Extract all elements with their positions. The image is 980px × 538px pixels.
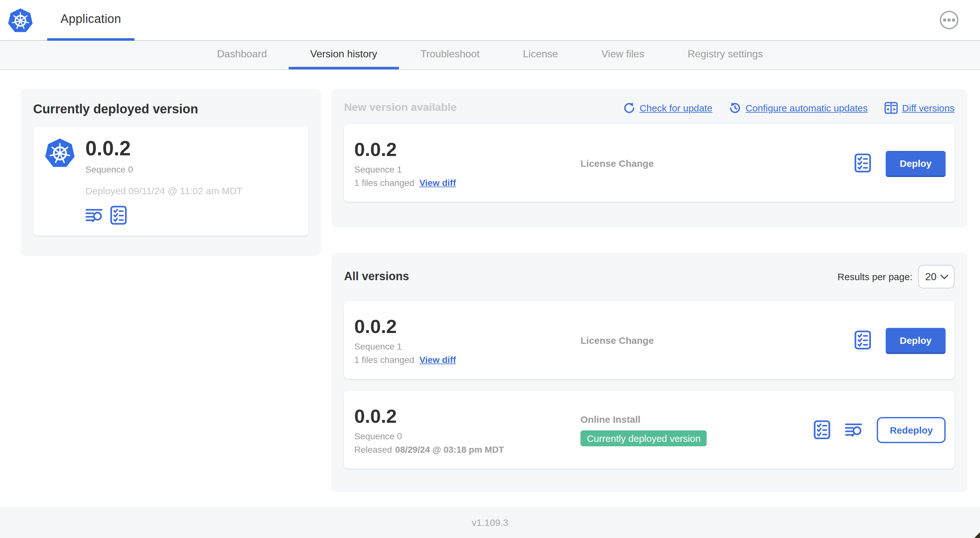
kubernetes-logo-icon [8,8,33,33]
main-content: Currently deployed version 0.0.2 Sequenc… [0,70,980,507]
preflight-checks-icon[interactable] [814,420,830,439]
view-diff-link[interactable]: View diff [419,177,456,187]
version-number: 0.0.2 [354,316,581,336]
version-row: 0.0.2 Sequence 0 Released 08/29/24 @ 03:… [344,391,955,468]
cursor-artifact [974,532,980,538]
console-version: v1.109.3 [471,517,508,528]
new-version-panel: New version available Check for update [331,89,967,227]
current-version-number: 0.0.2 [85,138,242,160]
tab-view-files[interactable]: View files [580,41,666,70]
version-row: 0.0.2 Sequence 1 1 files changed View di… [344,301,955,379]
view-diff-link[interactable]: View diff [419,354,456,365]
deploy-button[interactable]: Deploy [886,151,946,175]
new-version-title: New version available [344,101,457,114]
app-footer: v1.109.3 [0,507,980,538]
currently-deployed-badge: Currently deployed version [581,430,707,446]
files-changed: 1 files changed [354,177,414,187]
app-header: Application [0,0,980,41]
results-per-page-select[interactable]: 20 [918,265,955,289]
current-sequence: Sequence 0 [85,164,242,175]
auto-update-clock-icon [729,102,741,114]
redeploy-button[interactable]: Redeploy [877,417,946,443]
preflight-checks-icon[interactable] [854,154,871,173]
app-tab[interactable]: Application [47,0,134,41]
new-version-card: 0.0.2 Sequence 1 1 files changed View di… [344,124,955,202]
version-number: 0.0.2 [354,138,581,159]
released-timestamp: 08/29/24 @ 03:18 pm MDT [395,444,504,454]
all-versions-title: All versions [344,270,409,283]
tab-registry-settings[interactable]: Registry settings [666,41,785,70]
tab-dashboard[interactable]: Dashboard [195,41,289,70]
app-icon [45,138,75,168]
more-options-button[interactable] [940,11,958,29]
diff-versions-link[interactable]: Diff versions [884,102,955,114]
currently-deployed-panel: Currently deployed version 0.0.2 Sequenc… [21,89,321,256]
version-sequence: Sequence 1 [354,164,581,174]
refresh-icon [623,102,635,114]
diff-icon [884,102,897,114]
ellipsis-icon [943,19,946,22]
results-per-page-label: Results per page: [838,271,912,282]
page: Application Dashboard Version history Tr… [0,0,980,538]
currently-deployed-card: 0.0.2 Sequence 0 Deployed 09/11/24 @ 11:… [33,127,309,236]
deploy-button[interactable]: Deploy [886,328,946,352]
version-sequence: Sequence 0 [354,431,581,441]
currently-deployed-title: Currently deployed version [33,102,309,116]
app-title: Application [60,12,121,26]
version-source: Online Install [581,414,814,424]
all-versions-panel: All versions Results per page: 20 0.0.2 … [331,253,967,492]
version-sequence: Sequence 1 [354,341,581,351]
preflight-checks-icon[interactable] [110,206,127,225]
chevron-down-icon [940,274,948,279]
tab-version-history[interactable]: Version history [289,41,399,70]
version-source: License Change [581,335,854,345]
check-for-update-link[interactable]: Check for update [623,102,713,114]
deploy-logs-icon[interactable] [845,422,862,438]
tab-license[interactable]: License [501,41,579,70]
released-label: Released [354,444,392,454]
tab-troubleshoot[interactable]: Troubleshoot [399,41,501,70]
app-subnav: Dashboard Version history Troubleshoot L… [0,41,980,70]
current-deployed-timestamp: Deployed 09/11/24 @ 11:02 am MDT [85,185,242,196]
version-source: License Change [581,157,854,168]
deploy-logs-icon[interactable] [85,207,103,223]
files-changed: 1 files changed [354,354,414,365]
preflight-checks-icon[interactable] [854,330,871,349]
configure-automatic-updates-link[interactable]: Configure automatic updates [729,102,868,114]
version-number: 0.0.2 [354,405,581,426]
